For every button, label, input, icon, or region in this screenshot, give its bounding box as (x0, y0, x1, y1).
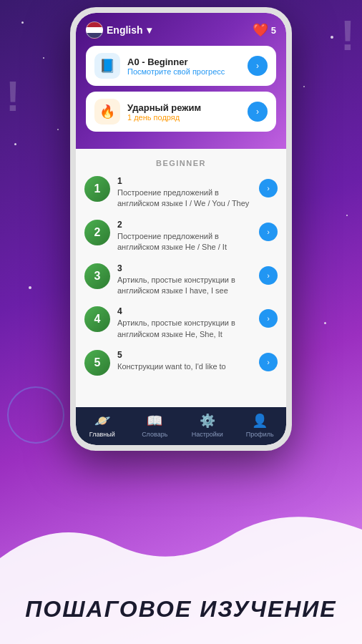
progress-card-icon: 📘 (94, 53, 120, 79)
streak-card-title: Ударный режим (127, 102, 240, 113)
lesson-number-badge: 3 (84, 263, 110, 289)
section-label: BEGINNER (84, 159, 278, 167)
lesson-description: Артикль, простые конструкции в английско… (117, 318, 252, 340)
language-selector[interactable]: English ▾ (86, 21, 152, 39)
lesson-description: Построение предложений в английском язык… (117, 187, 252, 210)
heart-icon: ❤️ (253, 22, 268, 38)
lesson-text-block: 1 Построение предложений в английском яз… (117, 176, 252, 210)
nav-item-home[interactable]: 🪐 Главный (76, 413, 129, 438)
lessons-content: BEGINNER 1 1 Построение предложений в ан… (76, 149, 286, 407)
streak-card-subtitle: 1 день подряд (127, 113, 240, 122)
lesson-num-label: 3 (117, 263, 252, 273)
nav-profile-label: Профиль (246, 431, 274, 438)
nav-dictionary-label: Словарь (142, 431, 167, 438)
nav-dictionary-icon: 📖 (147, 413, 162, 429)
lesson-number-badge: 2 (84, 220, 110, 245)
nav-item-dictionary[interactable]: 📖 Словарь (129, 413, 182, 438)
nav-settings-label: Настройки (192, 431, 223, 438)
lesson-arrow-button[interactable]: › (259, 223, 278, 241)
lesson-description: Построение предложений в английском язык… (117, 231, 252, 253)
promo-heading: ПОШАГОВОЕ ИЗУЧЕНИЕ (0, 596, 362, 623)
orbit-deco (7, 386, 64, 444)
nav-home-icon: 🪐 (94, 413, 110, 429)
star-deco (21, 21, 24, 24)
lesson-text-block: 4 Артикль, простые конструкции в английс… (117, 306, 252, 340)
lesson-num-label: 2 (117, 220, 252, 230)
nav-profile-icon: 👤 (252, 413, 268, 429)
dropdown-arrow: ▾ (147, 24, 152, 36)
lesson-item[interactable]: 4 4 Артикль, простые конструкции в англи… (84, 306, 278, 340)
star-deco (57, 129, 59, 130)
phone-frame: English ▾ ❤️ 5 📘 A0 - Beginner Посмотрит… (70, 7, 292, 451)
star-deco (331, 36, 333, 39)
deco-exclamation: ! (341, 11, 355, 60)
lesson-num-label: 1 (117, 176, 252, 186)
phone-screen: English ▾ ❤️ 5 📘 A0 - Beginner Посмотрит… (76, 13, 286, 445)
bottom-promo-text: ПОШАГОВОЕ ИЗУЧЕНИЕ (0, 596, 362, 623)
lesson-item[interactable]: 5 5 Конструкции want to, I'd like to › (84, 350, 278, 376)
star-deco (29, 286, 31, 289)
streak-card-arrow[interactable]: › (248, 102, 268, 122)
hearts-count: 5 (271, 25, 276, 36)
bottom-nav: 🪐 Главный 📖 Словарь ⚙️ Настройки 👤 Профи… (76, 407, 286, 445)
star-deco (324, 322, 326, 324)
lesson-item[interactable]: 1 1 Построение предложений в английском … (84, 176, 278, 210)
lesson-text-block: 3 Артикль, простые конструкции в английс… (117, 263, 252, 297)
lesson-description: Конструкции want to, I'd like to (117, 361, 252, 372)
nav-item-settings[interactable]: ⚙️ Настройки (181, 413, 234, 438)
streak-card[interactable]: 🔥 Ударный режим 1 день подряд › (86, 92, 276, 132)
progress-card-subtitle: Посмотрите свой прогресс (127, 67, 240, 76)
star-deco (14, 143, 16, 145)
lesson-number-badge: 4 (84, 306, 110, 332)
star-deco (303, 86, 305, 87)
progress-card-arrow[interactable]: › (248, 56, 268, 76)
phone-header: English ▾ ❤️ 5 📘 A0 - Beginner Посмотрит… (76, 13, 286, 149)
progress-card-title: A0 - Beginner (127, 57, 240, 67)
lesson-num-label: 5 (117, 350, 252, 360)
star-deco (346, 215, 348, 216)
nav-item-profile[interactable]: 👤 Профиль (234, 413, 287, 438)
hearts-display: ❤️ 5 (253, 22, 276, 38)
lesson-item[interactable]: 2 2 Построение предложений в английском … (84, 220, 278, 253)
flag-icon (86, 21, 103, 39)
lesson-text-block: 2 Построение предложений в английском яз… (117, 220, 252, 253)
header-top-bar: English ▾ ❤️ 5 (86, 21, 276, 39)
progress-icon-emoji: 📘 (99, 58, 115, 74)
lesson-item[interactable]: 3 3 Артикль, простые конструкции в англи… (84, 263, 278, 297)
lesson-number-badge: 5 (84, 350, 110, 376)
lesson-arrow-button[interactable]: › (259, 309, 278, 328)
lesson-arrow-button[interactable]: › (259, 266, 278, 285)
lesson-description: Артикль, простые конструкции в английско… (117, 275, 252, 297)
lesson-arrow-button[interactable]: › (259, 353, 278, 371)
deco-exclamation: ! (6, 72, 20, 121)
star-deco (43, 57, 44, 59)
lesson-num-label: 4 (117, 306, 252, 316)
streak-icon-emoji: 🔥 (99, 104, 115, 119)
language-label: English (107, 24, 143, 36)
progress-card[interactable]: 📘 A0 - Beginner Посмотрите свой прогресс… (86, 46, 276, 86)
progress-card-text: A0 - Beginner Посмотрите свой прогресс (127, 57, 240, 76)
streak-card-icon: 🔥 (94, 99, 120, 125)
nav-settings-icon: ⚙️ (200, 413, 215, 429)
lesson-text-block: 5 Конструкции want to, I'd like to (117, 350, 252, 372)
bottom-wave (0, 501, 362, 644)
lesson-number-badge: 1 (84, 176, 110, 202)
lessons-list: 1 1 Построение предложений в английском … (84, 176, 278, 376)
lesson-arrow-button[interactable]: › (259, 179, 278, 197)
streak-card-text: Ударный режим 1 день подряд (127, 102, 240, 122)
nav-home-label: Главный (89, 431, 115, 438)
